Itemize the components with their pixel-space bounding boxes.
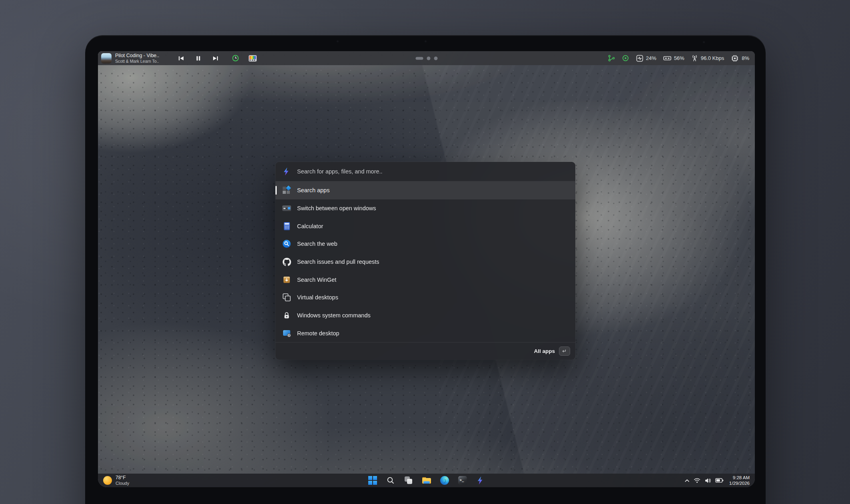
top-status-bar: Pilot Coding - Vibe.. Scott & Mark Learn…: [98, 51, 755, 65]
task-view-button[interactable]: [403, 475, 414, 486]
system-stats: 24% 56%: [608, 54, 749, 62]
branch-icon[interactable]: [608, 55, 615, 62]
screen: Pilot Coding - Vibe.. Scott & Mark Learn…: [98, 51, 755, 487]
network-value: 96.0 Kbps: [701, 55, 724, 61]
activity-stat: 24%: [636, 55, 656, 62]
terminal-icon: >_: [458, 476, 467, 485]
media-controls: [178, 55, 219, 62]
list-item-switch-windows[interactable]: Switch between open windows: [275, 199, 575, 217]
apps-icon: [282, 186, 291, 195]
list-item-search-apps[interactable]: Search apps: [275, 181, 575, 199]
activity-value: 24%: [646, 55, 656, 61]
tray-clock[interactable]: 9:28 AM 1/29/2026: [729, 475, 750, 486]
memory-stat: 56%: [663, 55, 684, 62]
list-item-label: Virtual desktops: [297, 294, 338, 301]
volume-icon[interactable]: [704, 478, 711, 484]
winget-icon: [282, 275, 291, 284]
taskbar: 78°F Cloudy: [98, 474, 755, 487]
weather-condition: Cloudy: [116, 481, 129, 486]
list-item-label: Search the web: [297, 241, 337, 247]
desktop-stage: Pilot Coding - Vibe.. Scott & Mark Learn…: [0, 0, 850, 504]
tray-chevron-up-icon[interactable]: [684, 478, 690, 482]
antenna-icon: [691, 55, 698, 62]
chip-stat: 8%: [731, 54, 749, 62]
weather-temperature: 78°F: [116, 475, 129, 480]
timer-icon[interactable]: [232, 55, 239, 62]
chip-value: 8%: [742, 55, 749, 61]
bezel-camera-dot: [337, 40, 339, 42]
tray-date: 1/29/2026: [729, 480, 750, 486]
calculator-icon: [282, 222, 291, 231]
taskbar-center: >_: [367, 474, 486, 487]
pause-icon: [195, 55, 202, 62]
list-item-virtual-desktops[interactable]: Virtual desktops: [275, 289, 575, 307]
next-track-button[interactable]: [212, 55, 219, 62]
list-item-remote-desktop[interactable]: ✕ Remote desktop: [275, 325, 575, 343]
now-playing-album-art[interactable]: [101, 53, 112, 64]
bar-drag-handle[interactable]: [415, 56, 437, 60]
now-playing-subtitle: Scott & Mark Learn To..: [115, 59, 169, 64]
command-palette: Search for apps, files, and more.. Searc…: [275, 162, 575, 360]
list-item-calculator[interactable]: Calculator: [275, 217, 575, 235]
remote-desktop-icon: ✕: [282, 329, 291, 338]
list-item-search-web[interactable]: Search the web: [275, 235, 575, 253]
previous-icon: [178, 55, 185, 62]
system-tray: 9:28 AM 1/29/2026: [684, 475, 755, 486]
list-item-label: Search WinGet: [297, 277, 336, 283]
tray-time: 9:28 AM: [729, 475, 750, 480]
list-item-github-search[interactable]: Search issues and pull requests: [275, 253, 575, 271]
edge-icon: [440, 476, 449, 485]
web-search-icon: [282, 239, 291, 248]
weather-widget[interactable]: 78°F Cloudy: [98, 475, 129, 486]
laptop-frame: Pilot Coding - Vibe.. Scott & Mark Learn…: [85, 35, 766, 504]
file-explorer-button[interactable]: [421, 475, 432, 486]
network-stat: 96.0 Kbps: [691, 55, 724, 62]
list-item-system-commands[interactable]: Windows system commands: [275, 307, 575, 325]
terminal-button[interactable]: >_: [457, 475, 468, 486]
github-icon: [282, 257, 291, 266]
pause-button[interactable]: [195, 55, 202, 62]
list-item-label: Search issues and pull requests: [297, 259, 379, 265]
list-item-label: Windows system commands: [297, 312, 371, 319]
all-apps-button[interactable]: All apps ↵: [275, 342, 575, 360]
start-button[interactable]: [367, 475, 378, 486]
search-input[interactable]: Search for apps, files, and more..: [275, 162, 575, 181]
battery-icon[interactable]: [715, 478, 724, 483]
search-icon: [386, 476, 395, 485]
memory-icon: [663, 55, 671, 62]
list-item-search-winget[interactable]: Search WinGet: [275, 271, 575, 289]
command-palette-bolt-icon: [282, 167, 291, 176]
bezel-camera-dot: [703, 41, 705, 43]
rainbow-screen: [249, 56, 256, 59]
taskbar-search-button[interactable]: [385, 475, 396, 486]
window-switcher-icon: [282, 204, 291, 213]
folder-icon: [422, 476, 431, 485]
activity-icon: [636, 55, 643, 62]
handle-dot: [434, 56, 437, 60]
powertoys-bolt-icon: [476, 476, 485, 485]
sun-icon: [103, 476, 112, 485]
previous-track-button[interactable]: [178, 55, 185, 62]
wifi-icon[interactable]: [694, 478, 700, 483]
all-apps-label: All apps: [534, 348, 555, 354]
handle-dot: [427, 56, 430, 60]
list-item-label: Calculator: [297, 223, 323, 229]
edge-browser-button[interactable]: [439, 475, 450, 486]
next-icon: [212, 55, 219, 62]
handle-pill: [415, 57, 423, 60]
list-item-label: Switch between open windows: [297, 205, 376, 211]
lock-icon: [282, 311, 291, 320]
bezel-camera-dot: [425, 40, 427, 42]
chip-icon: [731, 54, 739, 62]
command-palette-button[interactable]: [475, 475, 486, 486]
memory-value: 56%: [674, 55, 684, 61]
display-color-icon[interactable]: [249, 55, 257, 62]
enter-key-icon: ↵: [559, 347, 570, 356]
task-view-icon: [404, 476, 413, 485]
list-item-label: Remote desktop: [297, 330, 339, 337]
record-status-icon[interactable]: [622, 55, 629, 62]
windows-logo-icon: [368, 476, 377, 485]
search-placeholder: Search for apps, files, and more..: [297, 168, 383, 175]
bar-tools: [232, 55, 257, 62]
now-playing-info[interactable]: Pilot Coding - Vibe.. Scott & Mark Learn…: [115, 53, 169, 64]
